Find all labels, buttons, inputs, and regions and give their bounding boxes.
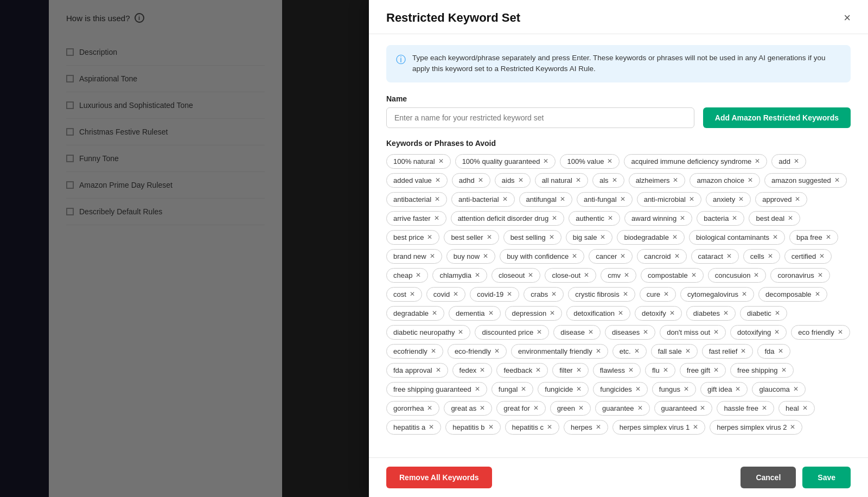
remove-keyword-button[interactable]: ✕ [643,329,648,335]
remove-keyword-button[interactable]: ✕ [427,234,432,240]
remove-keyword-button[interactable]: ✕ [487,234,492,240]
remove-keyword-button[interactable]: ✕ [774,329,780,335]
remove-keyword-button[interactable]: ✕ [634,348,640,354]
remove-keyword-button[interactable]: ✕ [663,291,669,297]
remove-keyword-button[interactable]: ✕ [475,272,480,278]
remove-keyword-button[interactable]: ✕ [826,234,831,240]
remove-keyword-button[interactable]: ✕ [435,196,440,202]
remove-keyword-button[interactable]: ✕ [572,253,577,259]
remove-keyword-button[interactable]: ✕ [815,291,820,297]
remove-keyword-button[interactable]: ✕ [684,386,689,392]
remove-keyword-button[interactable]: ✕ [669,310,675,316]
remove-keyword-button[interactable]: ✕ [576,386,582,392]
remove-keyword-button[interactable]: ✕ [537,329,542,335]
remove-keyword-button[interactable]: ✕ [618,310,623,316]
remove-keyword-button[interactable]: ✕ [528,272,533,278]
remove-keyword-button[interactable]: ✕ [663,367,668,373]
remove-keyword-button[interactable]: ✕ [700,405,705,411]
remove-keyword-button[interactable]: ✕ [781,367,787,373]
remove-keyword-button[interactable]: ✕ [552,215,557,221]
remove-keyword-button[interactable]: ✕ [480,405,485,411]
remove-keyword-button[interactable]: ✕ [624,272,629,278]
remove-keyword-button[interactable]: ✕ [521,386,526,392]
remove-keyword-button[interactable]: ✕ [438,158,444,164]
modal-body[interactable]: ⓘ Type each keyword/phrase separately an… [369,34,868,457]
remove-keyword-button[interactable]: ✕ [518,177,524,183]
remove-keyword-button[interactable]: ✕ [754,272,759,278]
cancel-button[interactable]: Cancel [741,467,796,488]
save-button[interactable]: Save [802,467,851,488]
remove-keyword-button[interactable]: ✕ [434,215,439,221]
remove-keyword-button[interactable]: ✕ [436,367,441,373]
remove-keyword-button[interactable]: ✕ [596,348,601,354]
remove-keyword-button[interactable]: ✕ [576,177,581,183]
add-amazon-keywords-button[interactable]: Add Amazon Restricted Keywords [703,107,851,128]
remove-keyword-button[interactable]: ✕ [543,158,548,164]
remove-keyword-button[interactable]: ✕ [741,348,746,354]
remove-keyword-button[interactable]: ✕ [620,196,626,202]
remove-keyword-button[interactable]: ✕ [435,177,441,183]
remove-keyword-button[interactable]: ✕ [623,291,628,297]
remove-keyword-button[interactable]: ✕ [483,253,488,259]
remove-keyword-button[interactable]: ✕ [584,272,589,278]
remove-keyword-button[interactable]: ✕ [547,424,552,430]
remove-keyword-button[interactable]: ✕ [458,329,463,335]
remove-keyword-button[interactable]: ✕ [549,234,554,240]
remove-all-button[interactable]: Remove All Keywords [386,467,492,488]
remove-keyword-button[interactable]: ✕ [431,348,436,354]
remove-keyword-button[interactable]: ✕ [773,234,778,240]
remove-keyword-button[interactable]: ✕ [768,253,773,259]
remove-keyword-button[interactable]: ✕ [432,310,437,316]
remove-keyword-button[interactable]: ✕ [430,253,435,259]
remove-keyword-button[interactable]: ✕ [560,196,565,202]
remove-keyword-button[interactable]: ✕ [612,177,617,183]
remove-keyword-button[interactable]: ✕ [416,272,421,278]
remove-keyword-button[interactable]: ✕ [742,291,747,297]
remove-keyword-button[interactable]: ✕ [480,367,485,373]
remove-keyword-button[interactable]: ✕ [713,367,719,373]
remove-keyword-button[interactable]: ✕ [475,386,480,392]
remove-keyword-button[interactable]: ✕ [502,196,508,202]
remove-keyword-button[interactable]: ✕ [588,329,593,335]
remove-keyword-button[interactable]: ✕ [726,253,732,259]
remove-keyword-button[interactable]: ✕ [778,348,783,354]
remove-keyword-button[interactable]: ✕ [793,386,799,392]
remove-keyword-button[interactable]: ✕ [429,424,434,430]
remove-keyword-button[interactable]: ✕ [427,405,432,411]
remove-keyword-button[interactable]: ✕ [488,310,494,316]
remove-keyword-button[interactable]: ✕ [608,215,613,221]
remove-keyword-button[interactable]: ✕ [578,405,584,411]
remove-keyword-button[interactable]: ✕ [818,272,823,278]
remove-keyword-button[interactable]: ✕ [713,329,719,335]
remove-keyword-button[interactable]: ✕ [551,291,557,297]
remove-keyword-button[interactable]: ✕ [689,196,694,202]
remove-keyword-button[interactable]: ✕ [795,196,800,202]
remove-keyword-button[interactable]: ✕ [788,215,793,221]
remove-keyword-button[interactable]: ✕ [685,348,691,354]
remove-keyword-button[interactable]: ✕ [673,177,678,183]
remove-keyword-button[interactable]: ✕ [693,424,698,430]
remove-keyword-button[interactable]: ✕ [410,291,415,297]
name-input[interactable] [386,107,694,128]
remove-keyword-button[interactable]: ✕ [691,272,697,278]
remove-keyword-button[interactable]: ✕ [507,291,512,297]
remove-keyword-button[interactable]: ✕ [738,196,744,202]
remove-keyword-button[interactable]: ✕ [535,367,541,373]
remove-keyword-button[interactable]: ✕ [838,329,843,335]
remove-keyword-button[interactable]: ✕ [802,405,808,411]
close-button[interactable]: × [844,12,851,24]
remove-keyword-button[interactable]: ✕ [680,215,685,221]
remove-keyword-button[interactable]: ✕ [762,405,767,411]
remove-keyword-button[interactable]: ✕ [637,405,643,411]
remove-keyword-button[interactable]: ✕ [607,158,612,164]
remove-keyword-button[interactable]: ✕ [794,158,799,164]
remove-keyword-button[interactable]: ✕ [834,177,840,183]
remove-keyword-button[interactable]: ✕ [628,367,634,373]
remove-keyword-button[interactable]: ✕ [674,253,680,259]
remove-keyword-button[interactable]: ✕ [735,386,741,392]
remove-keyword-button[interactable]: ✕ [576,367,582,373]
remove-keyword-button[interactable]: ✕ [732,215,737,221]
remove-keyword-button[interactable]: ✕ [748,177,753,183]
remove-keyword-button[interactable]: ✕ [819,253,825,259]
remove-keyword-button[interactable]: ✕ [755,158,760,164]
